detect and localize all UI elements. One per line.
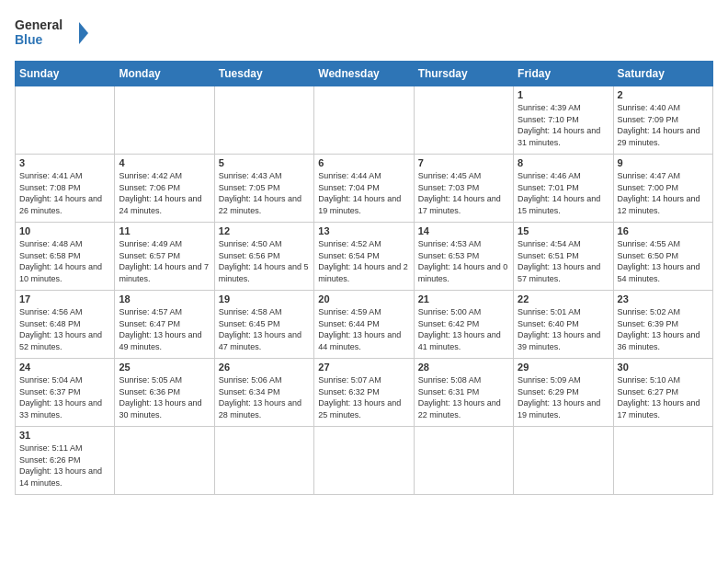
calendar-cell <box>115 86 214 155</box>
col-header-monday: Monday <box>115 62 214 86</box>
calendar-cell: 23Sunrise: 5:02 AM Sunset: 6:39 PM Dayli… <box>613 291 712 359</box>
calendar-table: SundayMondayTuesdayWednesdayThursdayFrid… <box>15 61 713 495</box>
calendar-cell: 26Sunrise: 5:06 AM Sunset: 6:34 PM Dayli… <box>214 359 313 427</box>
day-number: 10 <box>19 225 110 236</box>
calendar-cell: 10Sunrise: 4:48 AM Sunset: 6:58 PM Dayli… <box>16 223 115 291</box>
day-number: 3 <box>19 157 110 168</box>
day-info: Sunrise: 4:46 AM Sunset: 7:01 PM Dayligh… <box>518 170 609 216</box>
day-info: Sunrise: 4:56 AM Sunset: 6:48 PM Dayligh… <box>19 306 110 352</box>
calendar-cell <box>514 427 613 495</box>
calendar-cell: 29Sunrise: 5:09 AM Sunset: 6:29 PM Dayli… <box>514 359 613 427</box>
day-info: Sunrise: 5:02 AM Sunset: 6:39 PM Dayligh… <box>618 306 709 352</box>
day-number: 5 <box>219 157 310 168</box>
svg-marker-2 <box>79 22 88 44</box>
calendar-cell: 19Sunrise: 4:58 AM Sunset: 6:45 PM Dayli… <box>214 291 313 359</box>
day-info: Sunrise: 4:39 AM Sunset: 7:10 PM Dayligh… <box>518 102 609 148</box>
day-info: Sunrise: 5:00 AM Sunset: 6:42 PM Dayligh… <box>418 306 509 352</box>
day-info: Sunrise: 4:55 AM Sunset: 6:50 PM Dayligh… <box>618 238 709 284</box>
calendar-cell: 24Sunrise: 5:04 AM Sunset: 6:37 PM Dayli… <box>16 359 115 427</box>
calendar-cell <box>314 86 414 155</box>
calendar-cell: 7Sunrise: 4:45 AM Sunset: 7:03 PM Daylig… <box>414 155 513 223</box>
day-number: 30 <box>618 362 709 373</box>
calendar-cell: 16Sunrise: 4:55 AM Sunset: 6:50 PM Dayli… <box>613 223 712 291</box>
day-info: Sunrise: 5:09 AM Sunset: 6:29 PM Dayligh… <box>518 374 609 420</box>
day-info: Sunrise: 4:47 AM Sunset: 7:00 PM Dayligh… <box>618 170 709 216</box>
calendar-cell: 15Sunrise: 4:54 AM Sunset: 6:51 PM Dayli… <box>514 223 613 291</box>
col-header-friday: Friday <box>514 62 613 86</box>
col-header-sunday: Sunday <box>16 62 115 86</box>
calendar-cell <box>16 86 115 155</box>
day-info: Sunrise: 4:45 AM Sunset: 7:03 PM Dayligh… <box>418 170 509 216</box>
day-number: 2 <box>618 89 709 100</box>
day-info: Sunrise: 4:58 AM Sunset: 6:45 PM Dayligh… <box>219 306 310 352</box>
day-number: 23 <box>618 293 709 304</box>
calendar-cell: 3Sunrise: 4:41 AM Sunset: 7:08 PM Daylig… <box>16 155 115 223</box>
day-number: 17 <box>19 293 110 304</box>
day-number: 29 <box>518 362 609 373</box>
day-info: Sunrise: 5:04 AM Sunset: 6:37 PM Dayligh… <box>19 374 110 420</box>
day-info: Sunrise: 4:44 AM Sunset: 7:04 PM Dayligh… <box>318 170 409 216</box>
day-info: Sunrise: 5:05 AM Sunset: 6:36 PM Dayligh… <box>119 374 210 420</box>
day-number: 26 <box>219 362 310 373</box>
calendar-cell: 21Sunrise: 5:00 AM Sunset: 6:42 PM Dayli… <box>414 291 513 359</box>
calendar-cell: 17Sunrise: 4:56 AM Sunset: 6:48 PM Dayli… <box>16 291 115 359</box>
day-number: 4 <box>119 157 210 168</box>
calendar-cell <box>613 427 712 495</box>
day-number: 11 <box>119 225 210 236</box>
day-number: 14 <box>418 225 509 236</box>
day-info: Sunrise: 4:52 AM Sunset: 6:54 PM Dayligh… <box>318 238 409 284</box>
day-number: 16 <box>618 225 709 236</box>
calendar-cell <box>414 86 513 155</box>
calendar-cell: 13Sunrise: 4:52 AM Sunset: 6:54 PM Dayli… <box>314 223 414 291</box>
calendar-cell: 20Sunrise: 4:59 AM Sunset: 6:44 PM Dayli… <box>314 291 414 359</box>
day-number: 25 <box>119 362 210 373</box>
logo: General Blue <box>15 15 88 53</box>
day-info: Sunrise: 4:54 AM Sunset: 6:51 PM Dayligh… <box>518 238 609 284</box>
calendar-cell: 27Sunrise: 5:07 AM Sunset: 6:32 PM Dayli… <box>314 359 414 427</box>
calendar-cell: 8Sunrise: 4:46 AM Sunset: 7:01 PM Daylig… <box>514 155 613 223</box>
day-info: Sunrise: 4:50 AM Sunset: 6:56 PM Dayligh… <box>219 238 310 284</box>
day-info: Sunrise: 4:49 AM Sunset: 6:57 PM Dayligh… <box>119 238 210 284</box>
day-info: Sunrise: 4:57 AM Sunset: 6:47 PM Dayligh… <box>119 306 210 352</box>
day-info: Sunrise: 5:01 AM Sunset: 6:40 PM Dayligh… <box>518 306 609 352</box>
day-info: Sunrise: 5:10 AM Sunset: 6:27 PM Dayligh… <box>618 374 709 420</box>
day-number: 21 <box>418 293 509 304</box>
logo-svg: General Blue <box>15 15 88 53</box>
col-header-saturday: Saturday <box>613 62 712 86</box>
day-number: 22 <box>518 293 609 304</box>
svg-text:Blue: Blue <box>15 32 43 47</box>
day-info: Sunrise: 4:53 AM Sunset: 6:53 PM Dayligh… <box>418 238 509 284</box>
day-number: 13 <box>318 225 409 236</box>
calendar-cell: 28Sunrise: 5:08 AM Sunset: 6:31 PM Dayli… <box>414 359 513 427</box>
day-info: Sunrise: 5:11 AM Sunset: 6:26 PM Dayligh… <box>19 442 110 488</box>
calendar-cell: 18Sunrise: 4:57 AM Sunset: 6:47 PM Dayli… <box>115 291 214 359</box>
calendar-cell: 25Sunrise: 5:05 AM Sunset: 6:36 PM Dayli… <box>115 359 214 427</box>
day-number: 7 <box>418 157 509 168</box>
day-number: 15 <box>518 225 609 236</box>
calendar-cell: 6Sunrise: 4:44 AM Sunset: 7:04 PM Daylig… <box>314 155 414 223</box>
day-info: Sunrise: 5:08 AM Sunset: 6:31 PM Dayligh… <box>418 374 509 420</box>
day-info: Sunrise: 4:42 AM Sunset: 7:06 PM Dayligh… <box>119 170 210 216</box>
calendar-cell: 4Sunrise: 4:42 AM Sunset: 7:06 PM Daylig… <box>115 155 214 223</box>
calendar-cell: 11Sunrise: 4:49 AM Sunset: 6:57 PM Dayli… <box>115 223 214 291</box>
col-header-wednesday: Wednesday <box>314 62 414 86</box>
svg-text:General: General <box>15 17 63 32</box>
calendar-cell <box>214 86 313 155</box>
day-number: 18 <box>119 293 210 304</box>
day-info: Sunrise: 5:07 AM Sunset: 6:32 PM Dayligh… <box>318 374 409 420</box>
calendar-cell: 9Sunrise: 4:47 AM Sunset: 7:00 PM Daylig… <box>613 155 712 223</box>
calendar-cell: 31Sunrise: 5:11 AM Sunset: 6:26 PM Dayli… <box>16 427 115 495</box>
day-number: 31 <box>19 430 110 441</box>
day-number: 24 <box>19 362 110 373</box>
calendar-cell: 1Sunrise: 4:39 AM Sunset: 7:10 PM Daylig… <box>514 86 613 155</box>
day-number: 28 <box>418 362 509 373</box>
day-info: Sunrise: 5:06 AM Sunset: 6:34 PM Dayligh… <box>219 374 310 420</box>
header: General Blue <box>15 15 713 53</box>
day-info: Sunrise: 4:41 AM Sunset: 7:08 PM Dayligh… <box>19 170 110 216</box>
calendar-cell: 5Sunrise: 4:43 AM Sunset: 7:05 PM Daylig… <box>214 155 313 223</box>
calendar-cell <box>414 427 513 495</box>
col-header-thursday: Thursday <box>414 62 513 86</box>
col-header-tuesday: Tuesday <box>214 62 313 86</box>
day-info: Sunrise: 4:59 AM Sunset: 6:44 PM Dayligh… <box>318 306 409 352</box>
day-info: Sunrise: 4:43 AM Sunset: 7:05 PM Dayligh… <box>219 170 310 216</box>
